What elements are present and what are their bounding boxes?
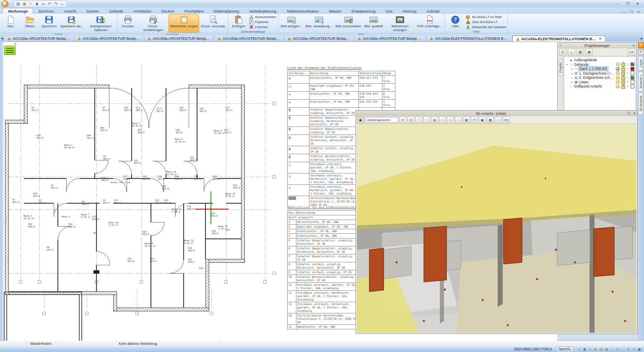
- layer-color-swatch[interactable]: [631, 85, 634, 88]
- save-view-icon[interactable]: ▦: [463, 116, 470, 123]
- status-icon-grid-orange[interactable]: ▦: [599, 347, 604, 352]
- document-tab-4[interactable]: ArCADia-ARCHITEKTUR Beispiel 8 (Read-onl…: [214, 36, 284, 41]
- ribbon-button-autospeichern-optionen[interactable]: Autospeichern Optionen: [85, 14, 116, 33]
- visibility-bulb-icon[interactable]: [616, 62, 620, 66]
- status-icon-doc-small[interactable]: ▪: [577, 347, 582, 352]
- qat-more-icon[interactable]: ▾: [59, 1, 65, 7]
- panel-close-icon[interactable]: ✕: [631, 44, 636, 47]
- window-minimize-button[interactable]: –: [613, 1, 622, 7]
- 3d-view-maximize-icon[interactable]: ❒: [626, 111, 631, 115]
- 3d-viewport[interactable]: [357, 124, 636, 333]
- layer-color-swatch[interactable]: [631, 67, 634, 71]
- ribbon-button-ausschneiden[interactable]: Ausschneiden: [249, 15, 276, 19]
- panel-pin-icon[interactable]: «: [558, 44, 564, 47]
- tree-expand-icon[interactable]: ▾: [565, 63, 569, 66]
- walk-icon[interactable]: ∴: [455, 116, 462, 123]
- ribbon-button-speichern-als[interactable]: Speichern als...: [59, 14, 85, 33]
- visibility-bulb-icon[interactable]: [616, 80, 620, 84]
- ribbon-button-druck-einstellungen[interactable]: Druck- einstellungen: [138, 14, 169, 33]
- tree-item-0-erdgeschoss-0-00-0-00[interactable]: ▸▤0. Erdgeschoss (±0.00=0.00)Y: [564, 75, 636, 80]
- layer-color-swatch[interactable]: [631, 76, 634, 80]
- visibility-bulb-icon[interactable]: [616, 76, 620, 80]
- edit-pen-icon[interactable]: ✎: [28, 1, 34, 7]
- ribbon-button-arcadia-lt-im-web[interactable]: ArCADia LT im Web: [466, 15, 506, 19]
- export-view-icon[interactable]: ▣: [479, 116, 486, 123]
- undo-icon[interactable]: ↶: [47, 1, 52, 7]
- dock-tab-ansicht-1[interactable]: Ansicht 1: [639, 72, 643, 91]
- 3d-view-titlebar[interactable]: 3D-Ansicht - [Aktiv] ❒ ✕: [356, 111, 637, 116]
- status-icon-ortho[interactable]: ∟: [610, 347, 615, 352]
- pm-tools-icon[interactable]: ⊥: [568, 49, 575, 55]
- ribbon-button-ber-arcadia-lt[interactable]: Über ArCADia LT: [466, 20, 506, 24]
- ribbon-button-drucken[interactable]: Drucken: [118, 14, 138, 33]
- pm-tab-projekt[interactable]: Projekt: [558, 60, 563, 76]
- ribbon-tab-gel-nde[interactable]: Gelände: [104, 8, 128, 14]
- preview-icon[interactable]: ▭: [40, 1, 46, 7]
- pm-new-layer-icon[interactable]: ▦: [576, 49, 584, 55]
- layer-color-swatch[interactable]: [631, 71, 634, 75]
- ribbon-button-ffnen[interactable]: Öffnen: [20, 14, 39, 33]
- tree-item-au-engel-nde[interactable]: ▲Außengelände: [564, 58, 636, 62]
- visibility-bulb-icon[interactable]: [616, 67, 620, 71]
- ribbon-button-bild-qualit-t[interactable]: Bild- qualität: [363, 14, 384, 33]
- dock-tab-layer[interactable]: Layer: [639, 56, 643, 70]
- ribbon-button-blattr-nder-zeigen[interactable]: Blattränder zeigen: [169, 14, 199, 33]
- ribbon-button-einf-gen[interactable]: Einfügen: [229, 14, 248, 30]
- ribbon-tab-ansicht[interactable]: Ansicht: [59, 8, 81, 14]
- tree-item-1-dachgeschoss-308-00[interactable]: ▸▤1. Dachgeschoss (+308.00)Y: [564, 71, 636, 76]
- save-icon[interactable]: ▮: [34, 1, 40, 7]
- ribbon-button-speichern[interactable]: Speichern: [39, 14, 59, 33]
- ribbon-tab-verteilerplanung[interactable]: Verteilerplanung: [244, 8, 281, 14]
- pm-add-element-icon[interactable]: ⊡: [559, 49, 566, 55]
- camera-view-select[interactable]: <Kameraansicht>: [365, 117, 398, 123]
- status-icon-polar[interactable]: ⊙: [615, 347, 620, 352]
- document-tab-7[interactable]: ArCADia-ELEKTROINSTALLATIONEN Beispiel 1…: [426, 36, 512, 41]
- pm-new-group-icon[interactable]: ▣: [585, 49, 593, 55]
- new-document-icon[interactable]: ▤: [15, 1, 21, 7]
- window-close-button[interactable]: ✕: [633, 1, 642, 7]
- tree-expand-icon[interactable]: ▸: [570, 72, 574, 75]
- ribbon-tab-fluchtpl-ne[interactable]: Fluchtpläne: [179, 8, 209, 14]
- ribbon-button-hilfe[interactable]: ?Hilfe: [446, 14, 465, 30]
- ribbon-tab-wasser[interactable]: Wasser: [324, 8, 346, 14]
- print-icon[interactable]: Y: [627, 63, 629, 66]
- print-icon[interactable]: Y: [627, 67, 629, 70]
- ribbon-tab-heizung[interactable]: Heizung: [397, 8, 421, 14]
- person-icon[interactable]: ○: [495, 116, 502, 123]
- tabs-scroll-left-icon[interactable]: ◀: [0, 36, 4, 41]
- ribbon-button-pdf-unterlage[interactable]: PDFPDF Unterlage...: [415, 14, 444, 33]
- tree-item-dach-1-308-00[interactable]: ▸◠Dach 1 (+308.00)Y: [564, 67, 636, 71]
- visibility-bulb-icon[interactable]: [616, 85, 620, 88]
- redo-icon[interactable]: ↷: [53, 1, 59, 7]
- light-icon[interactable]: ▾: [399, 116, 406, 123]
- image-icon[interactable]: ▣: [21, 1, 27, 7]
- status-icon-angle[interactable]: ∠: [626, 347, 631, 352]
- ribbon-button-l-schen[interactable]: Löschen: [249, 25, 276, 29]
- ribbon-button-bild-anf-gen[interactable]: Bild anfügen...: [279, 14, 304, 33]
- pan-icon[interactable]: +: [439, 116, 446, 123]
- ribbon-tab-telekommunikation[interactable]: Telekommunikation: [281, 8, 324, 14]
- status-icon-snap[interactable]: ⌐: [588, 347, 593, 352]
- ribbon-button-neu[interactable]: Neu: [1, 14, 20, 33]
- pm-filter-icon[interactable]: ≡▾: [628, 49, 635, 55]
- view-menu-button[interactable]: [4, 46, 16, 55]
- camera-icon[interactable]: ◉: [357, 116, 364, 123]
- dock-close-button[interactable]: ✕: [638, 49, 644, 55]
- layer-color-swatch[interactable]: [631, 62, 634, 66]
- document-tab-close-icon[interactable]: ✕: [599, 37, 602, 41]
- section-icon[interactable]: ▤: [431, 116, 438, 123]
- copy-view-icon[interactable]: ▩: [487, 116, 494, 123]
- document-tab-8[interactable]: ArCADia-ELEKTROINSTALLATIONEN Beispiel 2…: [512, 36, 605, 41]
- ribbon-tab-werkzeuge[interactable]: Werkzeuge: [3, 8, 33, 14]
- dock-add-view-button[interactable]: +: [638, 42, 644, 48]
- document-tab-5[interactable]: ArCADia-ARCHITEKTUR Beispiel 9 (Read-onl…: [284, 36, 354, 41]
- ribbon-button-bild-verwaltung[interactable]: Bild- verwaltung...: [304, 14, 334, 33]
- document-tab-3[interactable]: ArCADia-ARCHITEKTUR Beispiel 7 (Read-onl…: [144, 36, 214, 41]
- mdi-minimize-button[interactable]: —: [621, 10, 627, 14]
- view-panel-close-icon[interactable]: ✕: [13, 42, 18, 46]
- mdi-close-button[interactable]: ✕: [636, 10, 641, 14]
- document-tab-6[interactable]: ArCADia-ARCHITEKTUR Beispiel 10 (Read-on…: [354, 36, 426, 41]
- ribbon-tab-architektur[interactable]: Architektur: [128, 8, 156, 14]
- app-logo-button[interactable]: LT: [1, 0, 11, 7]
- tabs-scroll-right-icon[interactable]: ▶: [640, 36, 644, 41]
